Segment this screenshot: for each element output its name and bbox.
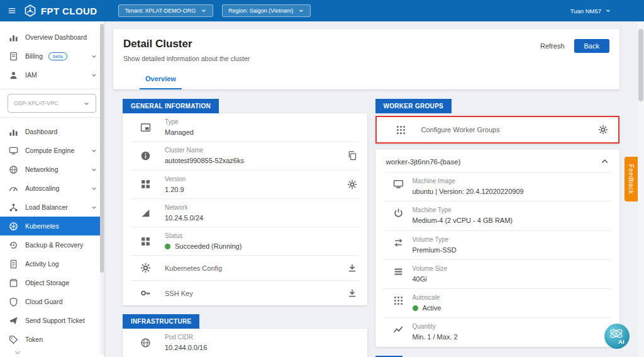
row-label: Status [165, 232, 242, 241]
brand[interactable]: FPT CLOUD [24, 4, 97, 17]
region-label: Region: Saigon (Vietnam) [228, 8, 293, 14]
info-row-network: Network 10.24.5.0/24 [131, 198, 359, 227]
grid-dots-icon [393, 295, 404, 306]
sidebar-scrollbar[interactable] [100, 23, 104, 354]
page-subtitle: Show detailed information about the clus… [123, 55, 609, 62]
sidebar-item-dashboard[interactable]: Dashboard [0, 122, 104, 141]
storage-box-icon [9, 278, 18, 288]
sidebar-item-label: Kubernetes [25, 222, 59, 230]
tenant-select[interactable]: Tenant: XPLAT-DEMO-ORG [118, 4, 213, 17]
sidebar-item-backup-recovery[interactable]: Backup & Recovery [0, 235, 104, 254]
user-name: Tuan NM57 [570, 8, 601, 14]
grid-dots-icon [396, 125, 406, 135]
chevron-down-icon [91, 166, 97, 173]
sidebar-item-overview-dashboard[interactable]: Overview Dashboard [0, 28, 104, 47]
user-menu[interactable]: Tuan NM57 [570, 8, 611, 14]
sidebar-item-label: Activity Log [25, 260, 59, 268]
nodes-icon [9, 203, 18, 212]
worker-row-quantity: Quantity Min. 1 / Max. 2 [384, 317, 612, 346]
feedback-tab[interactable]: Feedback [625, 157, 638, 201]
kubernetes-icon [9, 222, 18, 231]
worker-row-autoscale: Autoscale Active [384, 288, 612, 317]
gear-icon[interactable] [347, 179, 357, 190]
info-row-type: Type Managed [131, 113, 359, 141]
row-label: Pod CIDR [165, 333, 207, 342]
info-row-kubernetes-config: Kubernetes Config [131, 255, 359, 280]
main-scrollbar-thumb[interactable] [638, 29, 643, 101]
chevron-up-icon[interactable] [600, 157, 609, 166]
row-value: Premium-SSD [413, 246, 457, 254]
sidebar-item-send-support-ticket[interactable]: Send Support Ticket [0, 311, 104, 330]
sidebar-item-token[interactable]: Token [0, 330, 104, 349]
page-title: Detail Cluster [123, 38, 609, 50]
ai-assistant-button[interactable]: AI [604, 323, 630, 349]
row-value: Succeeded (Running) [165, 242, 242, 251]
main-content: Detail Cluster Show detailed information… [104, 21, 644, 357]
sidebar-item-iam[interactable]: IAM [0, 65, 104, 84]
row-text: Quantity Min. 1 / Max. 2 [413, 322, 458, 341]
beta-badge: beta [48, 52, 67, 60]
worker-group-name: worker-3jt6nn76-(base) [386, 158, 461, 166]
brand-name: FPT CLOUD [41, 6, 97, 16]
widgets-icon [140, 179, 151, 190]
list-icon [393, 266, 404, 277]
back-button[interactable]: Back [574, 39, 609, 53]
sidebar-item-label: IAM [25, 71, 37, 79]
tab-overview[interactable]: Overview [140, 69, 182, 89]
row-text: Pod CIDR 10.244.0.0/16 [165, 333, 207, 352]
sidebar-scrollbar-thumb[interactable] [100, 24, 104, 273]
sidebar-item-label: Overview Dashboard [25, 33, 87, 41]
row-text: Autoscale Active [413, 293, 441, 312]
configure-worker-groups-row[interactable]: Configure Worker Groups [375, 116, 620, 144]
download-icon[interactable] [347, 263, 357, 273]
sidebar-item-load-balancer[interactable]: Load Balancer [0, 198, 104, 217]
vpc-select[interactable]: OSP-XPLAT-VPC [8, 94, 96, 113]
header-actions: Refresh Back [540, 39, 609, 53]
divider [0, 89, 104, 89]
power-icon [393, 208, 404, 218]
key-icon [140, 288, 151, 298]
row-label: Type [165, 118, 194, 127]
main-scrollbar[interactable] [638, 21, 644, 357]
row-text: Type Managed [165, 118, 194, 137]
line-chart-icon [393, 324, 404, 335]
copy-icon[interactable] [347, 150, 357, 161]
sidebar-item-cloud-guard[interactable]: Cloud Guard [0, 292, 104, 311]
worker-row-volume-size: Volume Size 40Gi [384, 259, 612, 288]
sidebar-item-label: Cloud Guard [25, 298, 63, 305]
token-tag-icon [9, 335, 18, 344]
worker-group-header[interactable]: worker-3jt6nn76-(base) [375, 149, 620, 172]
sidebar-item-label: Backup & Recovery [25, 241, 83, 249]
row-value: 40Gi [413, 275, 448, 283]
sidebar-item-kubernetes[interactable]: Kubernetes [0, 217, 104, 235]
info-row-pod-cidr: Pod CIDR 10.244.0.0/16 [131, 329, 359, 356]
row-label: Machine Type [413, 206, 513, 215]
scroll-down-icon[interactable] [14, 349, 21, 356]
sidebar-item-networking[interactable]: Networking [0, 160, 104, 179]
row-value: 1.20.9 [165, 185, 186, 194]
worker-group-card: worker-3jt6nn76-(base) Machine Image ubu… [375, 149, 620, 347]
chevron-down-icon [91, 204, 97, 211]
region-select[interactable]: Region: Saigon (Vietnam) [222, 4, 311, 17]
sidebar-item-label: Dashboard [25, 128, 57, 135]
info-row-cluster-name: Cluster Name autotest990855-52xaz6ks [131, 141, 359, 169]
sidebar-item-billing[interactable]: Billing beta [0, 47, 104, 65]
sidebar-item-object-storage[interactable]: Object Storage [0, 273, 104, 292]
globe-icon [9, 165, 18, 174]
refresh-button[interactable]: Refresh [540, 42, 565, 50]
tab-bar: Overview [123, 69, 609, 89]
chevron-down-icon [83, 100, 90, 107]
menu-icon[interactable] [4, 3, 20, 19]
download-icon[interactable] [347, 288, 357, 298]
sidebar-item-autoscaling[interactable]: Autoscaling [0, 179, 104, 198]
row-text: Machine Type Medium-4 (2 vCPU - 4 GB RAM… [413, 206, 513, 225]
gear-icon[interactable] [598, 125, 608, 135]
row-text: Volume Size 40Gi [413, 264, 448, 283]
row-label: Machine Image [413, 177, 524, 186]
sidebar-item-compute-engine[interactable]: Compute Engine [0, 141, 104, 160]
sidebar-item-activity-log[interactable]: Activity Log [0, 254, 104, 273]
chevron-down-icon [91, 72, 97, 79]
worker-row-volume-type: Volume Type Premium-SSD [384, 230, 612, 259]
status-dot [165, 244, 170, 249]
worker-groups-header: WORKER GROUPS [375, 99, 452, 113]
